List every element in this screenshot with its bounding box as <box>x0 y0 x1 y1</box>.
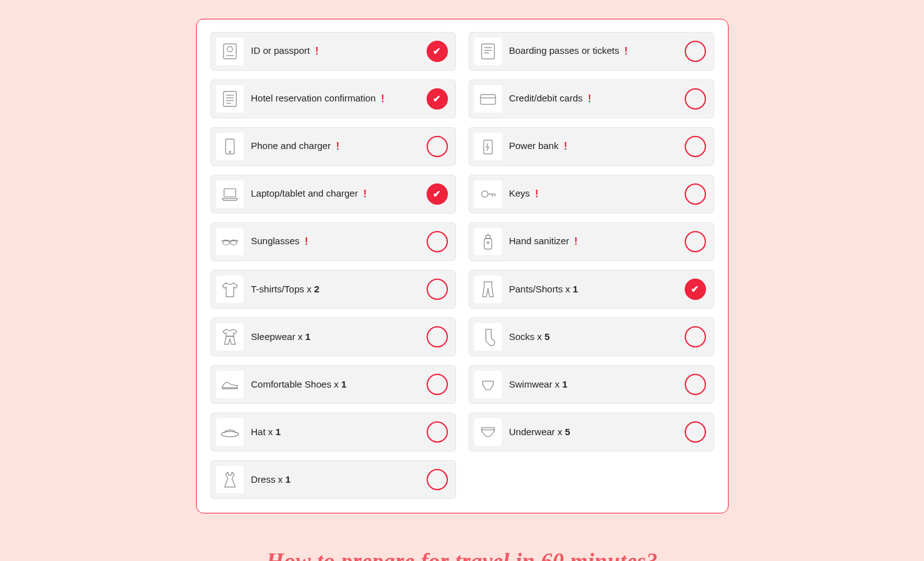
hotel-doc-icon <box>216 85 244 113</box>
laptop-icon <box>216 180 244 208</box>
item-label: Underwear x 5 <box>509 426 685 438</box>
item-label: Laptop/tablet and charger ! <box>251 187 427 201</box>
checklist-item-socks[interactable]: Socks x 5 <box>469 317 714 356</box>
item-label: Comfortable Shoes x 1 <box>251 378 427 391</box>
item-checkbox[interactable] <box>427 326 448 347</box>
item-label: Socks x 5 <box>509 331 685 343</box>
sleepwear-icon <box>216 323 244 351</box>
svg-rect-25 <box>485 235 490 239</box>
item-qty: 2 <box>314 284 319 294</box>
item-checkbox[interactable] <box>685 136 706 157</box>
item-checkbox[interactable] <box>427 136 448 157</box>
checklist-item-credit-debit-cards[interactable]: Credit/debit cards ! <box>469 80 714 118</box>
item-qty: 1 <box>305 331 310 342</box>
svg-point-23 <box>230 240 236 245</box>
item-checkbox[interactable] <box>427 469 448 490</box>
dress-icon <box>216 466 244 493</box>
item-qty: 1 <box>286 474 291 485</box>
sunglasses-icon <box>216 228 244 255</box>
checklist-item-pants-shorts[interactable]: Pants/Shorts x 1✔ <box>469 270 714 309</box>
item-checkbox[interactable] <box>427 374 448 395</box>
item-checkbox[interactable]: ✔ <box>427 88 448 110</box>
important-icon: ! <box>564 140 568 153</box>
important-icon: ! <box>574 235 578 249</box>
item-qty: 5 <box>544 331 549 342</box>
phone-icon <box>216 133 244 160</box>
item-qty: 1 <box>276 426 281 437</box>
sanitizer-icon <box>474 228 502 255</box>
svg-point-22 <box>222 240 229 245</box>
item-label: Sleepwear x 1 <box>251 331 427 343</box>
important-icon: ! <box>625 44 628 58</box>
checklist-item-hotel-reservation-confirmation[interactable]: Hotel reservation confirmation !✔ <box>210 80 456 118</box>
item-label: Hotel reservation confirmation ! <box>251 92 427 106</box>
important-icon: ! <box>381 92 385 106</box>
svg-rect-7 <box>223 91 236 106</box>
item-label: Phone and charger ! <box>251 140 427 153</box>
checklist-item-hat[interactable]: Hat x 1 <box>210 413 456 451</box>
keys-icon <box>474 180 502 208</box>
item-label: Credit/debit cards ! <box>509 92 685 106</box>
item-checkbox[interactable] <box>685 374 706 395</box>
item-label: Power bank ! <box>509 140 685 153</box>
item-checkbox[interactable] <box>427 231 448 252</box>
checklist-item-sleepwear[interactable]: Sleepwear x 1 <box>210 317 456 356</box>
checklist-item-hand-sanitizer[interactable]: Hand sanitizer ! <box>469 222 714 261</box>
passport-icon <box>216 38 244 65</box>
item-qty: 1 <box>341 379 346 389</box>
card-icon <box>474 85 502 113</box>
underwear-icon <box>474 418 502 446</box>
item-checkbox[interactable] <box>685 88 706 110</box>
item-label: Hand sanitizer ! <box>509 235 685 249</box>
svg-rect-3 <box>481 44 494 59</box>
checklist-item-swimwear[interactable]: Swimwear x 1 <box>469 365 714 404</box>
important-icon: ! <box>588 92 591 106</box>
svg-rect-14 <box>226 139 234 154</box>
checklist-item-laptop-tablet-and-charger[interactable]: Laptop/tablet and charger !✔ <box>210 175 456 214</box>
swimwear-icon <box>474 371 502 398</box>
item-checkbox[interactable]: ✔ <box>685 279 706 300</box>
item-label: Dress x 1 <box>251 473 427 486</box>
item-label: Swimwear x 1 <box>509 378 685 391</box>
ticket-icon <box>474 38 502 65</box>
svg-point-1 <box>227 46 232 52</box>
svg-point-30 <box>221 431 238 437</box>
svg-rect-17 <box>224 189 236 197</box>
checklist-item-id-or-passport[interactable]: ID or passport !✔ <box>210 32 456 71</box>
svg-rect-12 <box>480 95 496 104</box>
item-label: Sunglasses ! <box>251 235 427 249</box>
checklist-item-sunglasses[interactable]: Sunglasses ! <box>210 222 456 261</box>
important-icon: ! <box>363 187 367 201</box>
item-label: Boarding passes or tickets ! <box>509 44 685 58</box>
item-checkbox[interactable] <box>685 183 706 205</box>
powerbank-icon <box>474 133 502 160</box>
item-qty: 5 <box>565 426 570 437</box>
svg-point-15 <box>229 151 231 153</box>
item-label: T-shirts/Tops x 2 <box>251 283 427 296</box>
svg-rect-0 <box>223 44 236 59</box>
item-checkbox[interactable]: ✔ <box>427 183 448 205</box>
important-icon: ! <box>535 187 539 201</box>
svg-point-18 <box>481 191 487 197</box>
footer-heading: How to prepare for travel in 60 minutes? <box>0 548 924 561</box>
shoes-icon <box>216 371 244 398</box>
checklist-item-dress[interactable]: Dress x 1 <box>210 460 456 499</box>
item-checkbox[interactable]: ✔ <box>427 41 448 62</box>
pants-icon <box>474 275 502 303</box>
checklist-item-keys[interactable]: Keys ! <box>469 175 714 214</box>
item-checkbox[interactable] <box>685 231 706 252</box>
checklist-item-t-shirts-tops[interactable]: T-shirts/Tops x 2 <box>210 270 456 309</box>
item-checkbox[interactable] <box>685 41 706 62</box>
checklist-item-boarding-passes-or-tickets[interactable]: Boarding passes or tickets ! <box>469 32 714 71</box>
checklist-item-comfortable-shoes[interactable]: Comfortable Shoes x 1 <box>210 365 456 404</box>
checklist-item-power-bank[interactable]: Power bank ! <box>469 127 714 166</box>
item-checkbox[interactable] <box>427 279 448 300</box>
checklist-item-underwear[interactable]: Underwear x 5 <box>469 413 714 451</box>
checklist-item-phone-and-charger[interactable]: Phone and charger ! <box>210 127 456 166</box>
item-label: Pants/Shorts x 1 <box>509 283 685 296</box>
item-checkbox[interactable] <box>685 421 706 443</box>
item-checkbox[interactable] <box>427 421 448 443</box>
item-label: Hat x 1 <box>251 426 427 438</box>
important-icon: ! <box>336 140 340 153</box>
item-checkbox[interactable] <box>685 326 706 347</box>
